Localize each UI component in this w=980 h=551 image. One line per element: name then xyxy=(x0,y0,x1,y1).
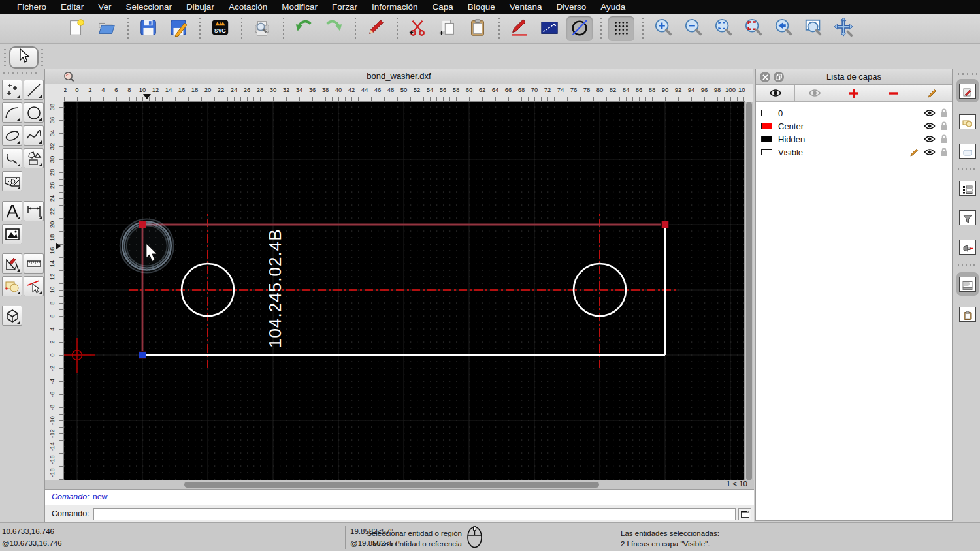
dock-clipboard-button[interactable] xyxy=(956,302,979,326)
construction-tool[interactable] xyxy=(2,253,22,274)
zoom-selected-button[interactable] xyxy=(740,16,766,41)
menu-bloque[interactable]: Bloque xyxy=(461,0,502,14)
hide-all-layers-button[interactable] xyxy=(795,85,834,102)
menu-seleccionar[interactable]: Seleccionar xyxy=(119,0,180,14)
modify-tool[interactable] xyxy=(24,276,44,296)
horizontal-ruler: -202468101214161820222426283032343638404… xyxy=(64,84,745,102)
points-tool[interactable] xyxy=(2,80,22,100)
image-tool[interactable] xyxy=(2,224,22,244)
command-input[interactable] xyxy=(93,508,736,520)
dock-block-list-button[interactable] xyxy=(956,110,979,133)
v-ruler-label: 12 xyxy=(48,270,61,283)
zoom-window-button[interactable] xyxy=(800,16,826,41)
print-preview-icon xyxy=(252,18,272,40)
paste-button[interactable] xyxy=(465,16,491,41)
ellipse-tool[interactable] xyxy=(2,125,22,146)
svg-export-button[interactable]: SVG xyxy=(207,16,233,41)
save-as-icon xyxy=(169,18,188,40)
polygon-tool[interactable] xyxy=(24,148,44,168)
lock-icon[interactable] xyxy=(940,108,948,118)
dimension-tool[interactable] xyxy=(24,201,44,221)
solid-tool[interactable] xyxy=(2,306,22,326)
edit-entity-button[interactable] xyxy=(363,16,389,41)
lock-icon[interactable] xyxy=(940,121,948,131)
undo-button[interactable] xyxy=(291,16,317,41)
command-window-button[interactable] xyxy=(738,508,751,520)
measure-tool[interactable] xyxy=(24,253,44,274)
menu-capa[interactable]: Capa xyxy=(425,0,461,14)
mouse-icon xyxy=(466,525,483,551)
save-as-button[interactable] xyxy=(165,16,191,41)
attributes-button[interactable] xyxy=(506,16,532,41)
menu-diverso[interactable]: Diverso xyxy=(549,0,593,14)
cut-button[interactable] xyxy=(404,16,431,41)
edit-layer-button[interactable] xyxy=(913,85,952,102)
lock-icon[interactable] xyxy=(940,148,948,157)
zoom-out-button[interactable] xyxy=(680,16,706,41)
lock-icon[interactable] xyxy=(940,134,948,144)
dock-pen-settings-button[interactable] xyxy=(956,235,979,259)
menu-acotación[interactable]: Acotación xyxy=(221,0,274,14)
menu-fichero[interactable]: Fichero xyxy=(10,0,54,14)
polyline-tool[interactable] xyxy=(2,148,22,168)
block-tool[interactable] xyxy=(2,276,22,296)
menu-modificar[interactable]: Modificar xyxy=(274,0,325,14)
menu-ayuda[interactable]: Ayuda xyxy=(593,0,632,14)
text-tool[interactable] xyxy=(2,201,22,221)
arc-tool[interactable] xyxy=(2,102,22,123)
eye-icon[interactable] xyxy=(924,148,936,156)
print-preview-button[interactable] xyxy=(249,16,275,41)
v-ruler-label: 38 xyxy=(48,102,61,114)
remove-layer-button[interactable] xyxy=(874,85,913,102)
layer-row-visible[interactable]: Visible xyxy=(756,146,952,159)
zoom-in-button[interactable] xyxy=(650,16,676,41)
copy-button[interactable] xyxy=(434,16,461,41)
show-all-layers-button[interactable] xyxy=(756,85,795,102)
ruler-corner xyxy=(48,84,64,102)
dock-layer-list-button[interactable] xyxy=(956,79,979,102)
select-window-button[interactable] xyxy=(536,16,563,41)
dock-command-widget-button[interactable] xyxy=(956,272,979,296)
draft-mode-button[interactable] xyxy=(566,16,593,41)
selection-pointer-button[interactable] xyxy=(9,46,39,69)
eye-icon[interactable] xyxy=(924,135,936,143)
drawing-canvas[interactable]: 104.245.02.4B xyxy=(64,102,745,480)
grid-toggle-button[interactable] xyxy=(608,16,634,41)
eye-icon[interactable] xyxy=(924,109,936,117)
layers-panel-title: Lista de capas xyxy=(756,72,952,82)
horizontal-scrollbar[interactable] xyxy=(45,480,754,489)
spline-tool[interactable] xyxy=(24,125,44,146)
command-prompt-label: Comando: xyxy=(52,509,90,518)
menu-información[interactable]: Información xyxy=(365,0,425,14)
vertical-scrollbar-thumb[interactable] xyxy=(746,102,752,480)
copy-icon xyxy=(438,18,457,40)
layer-row-0[interactable]: 0 xyxy=(756,106,952,119)
vertical-scrollbar[interactable] xyxy=(744,102,753,480)
layer-name: 0 xyxy=(778,108,783,118)
circle-tool[interactable] xyxy=(24,102,44,123)
hatch-tool[interactable] xyxy=(2,171,22,191)
dock-filter-button[interactable] xyxy=(956,206,979,229)
menu-ventana[interactable]: Ventana xyxy=(502,0,549,14)
menu-dibujar[interactable]: Dibujar xyxy=(179,0,221,14)
menu-forzar[interactable]: Forzar xyxy=(325,0,365,14)
dock-library-button[interactable] xyxy=(956,139,979,163)
drawing-window-titlebar[interactable]: bond_washer.dxf xyxy=(45,69,753,84)
menu-ver[interactable]: Ver xyxy=(91,0,118,14)
save-button[interactable] xyxy=(135,16,161,41)
zoom-pan-button[interactable] xyxy=(830,16,857,41)
zoom-auto-button[interactable] xyxy=(710,16,736,41)
line-tool[interactable] xyxy=(24,80,44,100)
horizontal-scrollbar-thumb[interactable] xyxy=(184,482,599,488)
open-file-button[interactable] xyxy=(93,16,120,41)
new-document-button[interactable] xyxy=(63,16,90,41)
dock-entity-list-button[interactable] xyxy=(956,176,979,200)
layer-row-hidden[interactable]: Hidden xyxy=(756,133,952,146)
points-icon xyxy=(5,82,20,98)
redo-button[interactable] xyxy=(321,16,347,41)
menu-editar[interactable]: Editar xyxy=(54,0,91,14)
layer-row-center[interactable]: Center xyxy=(756,119,952,133)
add-layer-button[interactable] xyxy=(834,85,874,102)
zoom-previous-button[interactable] xyxy=(770,16,796,41)
eye-icon[interactable] xyxy=(924,122,936,130)
